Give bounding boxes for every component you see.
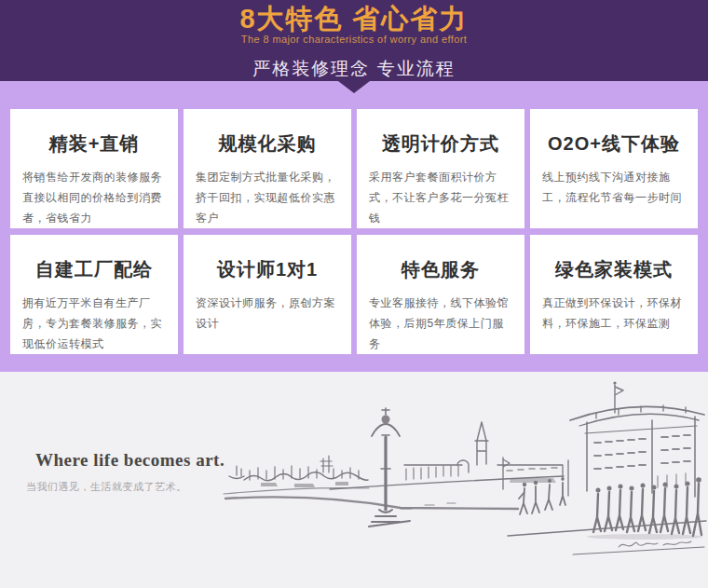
feature-card-title: 绿色家装模式 xyxy=(542,258,686,280)
feature-card-title: 精装+直销 xyxy=(22,132,166,155)
feature-card-desc: 专业客服接待，线下体验馆体验，后期5年质保上门服务 xyxy=(369,293,512,354)
feature-card-desc: 集团定制方式批量化采购，挤干回扣，实现超低价实惠客户 xyxy=(196,167,339,228)
art-caption: 当我们遇见，生活就变成了艺术。 xyxy=(26,480,187,494)
feature-card-desc: 采用客户套餐面积计价方式，不让客户多花一分冤枉钱 xyxy=(369,167,512,228)
hero-subtitle: The 8 major characteristics of worry and… xyxy=(0,34,708,45)
feature-card-desc: 线上预约线下沟通对接施工，流程化节省每一步时间 xyxy=(542,167,686,208)
feature-card-desc: 将销售给开发商的装修服务直接以相同的价格给到消费者，省钱省力 xyxy=(22,167,166,228)
feature-card-title: 设计师1对1 xyxy=(196,258,339,280)
feature-card-title: 特色服务 xyxy=(369,258,512,280)
feature-card-desc: 拥有近万平米自有生产厂房，专为套餐装修服务，实现低价运转模式 xyxy=(22,293,166,354)
features-section: 精装+直销 将销售给开发商的装修服务直接以相同的价格给到消费者，省钱省力 规模化… xyxy=(0,81,708,372)
feature-card-title: 规模化采购 xyxy=(196,132,339,155)
hero-banner: 8大特色 省心省力 The 8 major characteristics of… xyxy=(0,0,708,81)
feature-card: 绿色家装模式 真正做到环保设计，环保材料，环保施工，环保监测 xyxy=(530,235,698,354)
feature-card-desc: 资深设计师服务，原创方案设计 xyxy=(196,293,339,334)
feature-card-title: 自建工厂配给 xyxy=(22,258,166,280)
feature-card: 特色服务 专业客服接待，线下体验馆体验，后期5年质保上门服务 xyxy=(357,235,524,354)
art-section: Where life becomes art. 当我们遇见，生活就变成了艺术。 xyxy=(0,372,708,588)
feature-card: 透明计价方式 采用客户套餐面积计价方式，不让客户多花一分冤枉钱 xyxy=(357,109,524,228)
promo-page: 8大特色 省心省力 The 8 major characteristics of… xyxy=(0,0,708,588)
feature-card: 自建工厂配给 拥有近万平米自有生产厂房，专为套餐装修服务，实现低价运转模式 xyxy=(10,235,178,354)
arrow-down-icon xyxy=(338,81,370,93)
feature-card-desc: 真正做到环保设计，环保材料，环保施工，环保监测 xyxy=(542,293,686,334)
feature-card: 规模化采购 集团定制方式批量化采购，挤干回扣，实现超低价实惠客户 xyxy=(184,109,351,228)
feature-card: 设计师1对1 资深设计师服务，原创方案设计 xyxy=(184,235,351,354)
feature-card-title: 透明计价方式 xyxy=(369,132,512,155)
hero-tagline: 严格装修理念 专业流程 xyxy=(0,57,708,81)
art-headline: Where life becomes art. xyxy=(35,450,225,471)
hero-title: 8大特色 省心省力 xyxy=(0,0,708,34)
feature-card: O2O+线下体验 线上预约线下沟通对接施工，流程化节省每一步时间 xyxy=(530,109,698,228)
feature-card-title: O2O+线下体验 xyxy=(542,132,686,155)
feature-card: 精装+直销 将销售给开发商的装修服务直接以相同的价格给到消费者，省钱省力 xyxy=(10,109,178,228)
feature-card-grid: 精装+直销 将销售给开发商的装修服务直接以相同的价格给到消费者，省钱省力 规模化… xyxy=(0,81,708,354)
